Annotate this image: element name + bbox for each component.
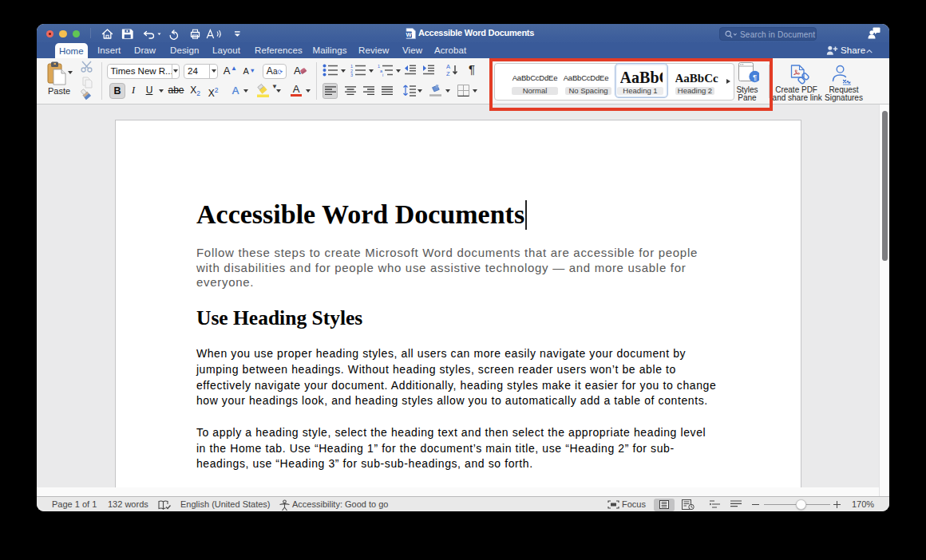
- svg-text:i: i: [382, 73, 383, 77]
- svg-text:A: A: [446, 63, 450, 70]
- svg-text:A: A: [294, 65, 301, 77]
- svg-text:3: 3: [350, 73, 353, 77]
- svg-text:W: W: [406, 31, 412, 38]
- svg-text:Z: Z: [446, 70, 450, 77]
